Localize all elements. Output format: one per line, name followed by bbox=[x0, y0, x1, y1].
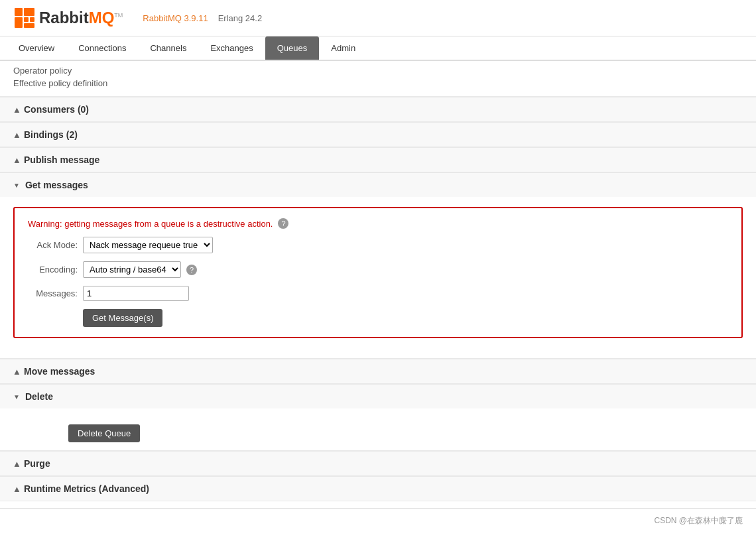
operator-policy-label: Operator policy bbox=[13, 66, 72, 76]
publish-section: ▶ Publish message bbox=[0, 147, 756, 172]
encoding-help-badge[interactable]: ? bbox=[186, 265, 197, 275]
footer-watermark: CSDN @在森林中麋了鹿 bbox=[654, 516, 743, 525]
ack-mode-row: Ack Mode: Nack message requeue true Ack … bbox=[28, 237, 728, 253]
encoding-label: Encoding: bbox=[28, 265, 78, 275]
warning-text-row: Warning: getting messages from a queue i… bbox=[28, 218, 728, 229]
effective-policy-label: Effective policy definition bbox=[13, 78, 107, 88]
nav-queues[interactable]: Queues bbox=[265, 36, 320, 60]
messages-row: Messages: bbox=[28, 286, 728, 301]
delete-section: ▼ Delete Delete Queue bbox=[0, 384, 756, 451]
version-erlang: Erlang 24.2 bbox=[218, 13, 263, 23]
logo-text: RabbitMQTM bbox=[39, 9, 123, 27]
warning-box: Warning: getting messages from a queue i… bbox=[13, 207, 743, 338]
ack-mode-label: Ack Mode: bbox=[28, 240, 78, 250]
bindings-title: Bindings (2) bbox=[24, 129, 78, 140]
version-rabbitmq: RabbitMQ 3.9.11 bbox=[143, 13, 208, 23]
rabbitmq-logo-icon bbox=[13, 7, 36, 29]
warning-message: Warning: getting messages from a queue i… bbox=[28, 219, 273, 229]
version-info: RabbitMQ 3.9.11 Erlang 24.2 bbox=[143, 13, 262, 23]
logo-tm: TM bbox=[114, 12, 123, 19]
nav-connections[interactable]: Connections bbox=[66, 36, 138, 60]
logo: RabbitMQTM bbox=[13, 7, 123, 29]
bindings-section: ▶ Bindings (2) bbox=[0, 122, 756, 147]
purge-title: Purge bbox=[24, 458, 50, 469]
svg-rect-5 bbox=[24, 23, 34, 28]
effective-policy-row: Effective policy definition bbox=[13, 77, 743, 90]
messages-input[interactable] bbox=[83, 286, 189, 301]
consumers-header[interactable]: ▶ Consumers (0) bbox=[0, 97, 756, 121]
move-messages-section: ▶ Move messages bbox=[0, 359, 756, 384]
runtime-arrow: ▶ bbox=[13, 486, 20, 491]
svg-rect-4 bbox=[30, 17, 34, 22]
get-messages-content: Warning: getting messages from a queue i… bbox=[0, 197, 756, 358]
purge-section: ▶ Purge bbox=[0, 451, 756, 476]
delete-title: Delete bbox=[25, 391, 53, 402]
policy-section: Operator policy Effective policy definit… bbox=[0, 61, 756, 97]
svg-rect-2 bbox=[24, 8, 34, 16]
footer: CSDN @在森林中麋了鹿 bbox=[0, 508, 756, 533]
move-messages-title: Move messages bbox=[24, 366, 95, 377]
runtime-section: ▶ Runtime Metrics (Advanced) bbox=[0, 476, 756, 501]
delete-content: Delete Queue bbox=[0, 408, 756, 450]
nav-exchanges[interactable]: Exchanges bbox=[198, 36, 265, 60]
nav-overview[interactable]: Overview bbox=[7, 36, 66, 60]
consumers-arrow: ▶ bbox=[13, 107, 20, 112]
get-messages-button[interactable]: Get Message(s) bbox=[83, 309, 162, 327]
delete-arrow: ▼ bbox=[13, 393, 20, 401]
get-messages-title: Get messages bbox=[25, 180, 88, 190]
svg-rect-1 bbox=[15, 17, 23, 28]
purge-header[interactable]: ▶ Purge bbox=[0, 451, 756, 475]
consumers-title: Consumers (0) bbox=[24, 104, 89, 115]
consumers-section: ▶ Consumers (0) bbox=[0, 97, 756, 122]
warning-help-badge[interactable]: ? bbox=[278, 218, 288, 229]
publish-title: Publish message bbox=[24, 155, 99, 165]
main-nav: Overview Connections Channels Exchanges … bbox=[0, 36, 756, 61]
svg-rect-3 bbox=[24, 17, 29, 22]
bindings-header[interactable]: ▶ Bindings (2) bbox=[0, 122, 756, 147]
encoding-row: Encoding: Auto string / base64 base64 ? bbox=[28, 261, 728, 278]
svg-rect-0 bbox=[15, 8, 23, 16]
purge-arrow: ▶ bbox=[13, 461, 20, 466]
header: RabbitMQTM RabbitMQ 3.9.11 Erlang 24.2 bbox=[0, 0, 756, 36]
operator-policy-row: Operator policy bbox=[13, 64, 743, 77]
delete-queue-button[interactable]: Delete Queue bbox=[68, 424, 140, 442]
publish-arrow: ▶ bbox=[13, 157, 20, 162]
nav-admin[interactable]: Admin bbox=[319, 36, 367, 60]
encoding-select[interactable]: Auto string / base64 base64 bbox=[83, 261, 181, 278]
get-messages-header[interactable]: ▼ Get messages bbox=[0, 172, 756, 197]
runtime-header[interactable]: ▶ Runtime Metrics (Advanced) bbox=[0, 476, 756, 501]
nav-channels[interactable]: Channels bbox=[138, 36, 198, 60]
messages-label: Messages: bbox=[28, 288, 78, 298]
runtime-title: Runtime Metrics (Advanced) bbox=[24, 483, 149, 494]
publish-header[interactable]: ▶ Publish message bbox=[0, 147, 756, 172]
delete-header[interactable]: ▼ Delete bbox=[0, 384, 756, 408]
move-messages-header[interactable]: ▶ Move messages bbox=[0, 359, 756, 383]
ack-mode-select[interactable]: Nack message requeue true Ack message re… bbox=[83, 237, 213, 253]
get-messages-section: ▼ Get messages Warning: getting messages… bbox=[0, 172, 756, 359]
move-messages-arrow: ▶ bbox=[13, 369, 20, 374]
get-messages-arrow: ▼ bbox=[13, 182, 20, 189]
bindings-arrow: ▶ bbox=[13, 132, 20, 137]
main-content: Operator policy Effective policy definit… bbox=[0, 61, 756, 501]
